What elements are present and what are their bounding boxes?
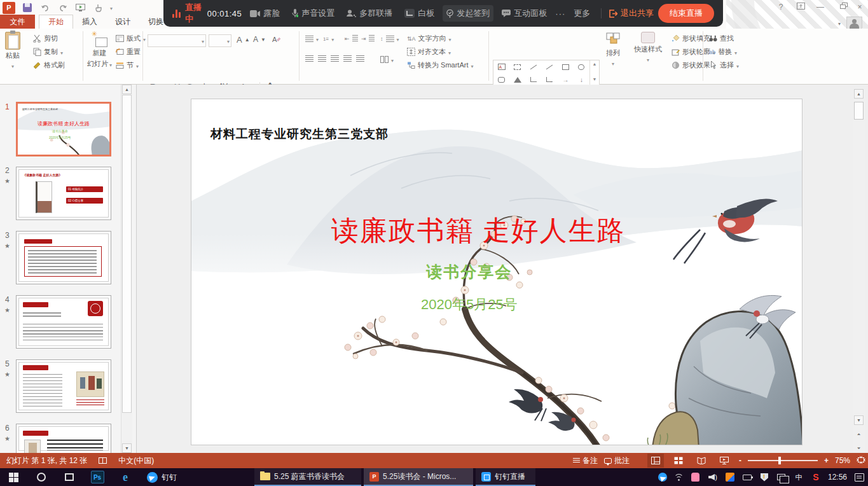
- font-size-combo[interactable]: [209, 34, 231, 47]
- main-vertical-scrollbar[interactable]: ▲ ▼ ⏶ ⏷: [853, 89, 865, 453]
- find-button[interactable]: 查找: [709, 34, 734, 43]
- cortana-button[interactable]: [28, 468, 55, 486]
- photoshop-button[interactable]: Ps: [84, 468, 111, 486]
- convert-smartart-button[interactable]: 转换为 SmartArt: [407, 60, 473, 70]
- power-icon[interactable]: [742, 472, 752, 482]
- start-from-beginning-icon[interactable]: [74, 2, 86, 14]
- align-text-button[interactable]: 对齐文本: [407, 47, 451, 57]
- align-right-button[interactable]: [331, 55, 339, 62]
- arrange-button[interactable]: 排列: [605, 32, 621, 67]
- text-direction-button[interactable]: ⇅A文字方向: [407, 34, 451, 43]
- font-name-combo[interactable]: [148, 34, 206, 47]
- language-label[interactable]: 中文(中国): [118, 455, 154, 466]
- account-caret-icon[interactable]: ▾: [838, 21, 841, 27]
- quick-styles-button[interactable]: 快速样式: [634, 32, 662, 63]
- zoom-percent[interactable]: 75%: [835, 456, 850, 465]
- scroll-up-icon[interactable]: ▲: [854, 89, 864, 99]
- task-dingtalk-live-button[interactable]: 钉钉直播: [476, 468, 535, 486]
- format-painter-button[interactable]: 格式刷: [33, 60, 65, 70]
- cut-button[interactable]: 剪切: [33, 34, 58, 43]
- grow-font-button[interactable]: A▲: [237, 35, 250, 45]
- audio-settings-button[interactable]: 声音设置: [288, 5, 338, 22]
- thumbnail-slide-1[interactable]: 材料工程专业研究生第三党支部 读廉政书籍 走好人生路 读书分享会 2020年5月…: [16, 102, 111, 156]
- ellipsis-icon[interactable]: [555, 9, 565, 18]
- more-button[interactable]: 更多: [570, 5, 594, 22]
- edge-button[interactable]: e: [112, 468, 139, 486]
- exit-share-button[interactable]: 退出共享: [609, 8, 654, 19]
- shrink-font-button[interactable]: A▼: [253, 35, 266, 44]
- numbering-button[interactable]: 1≡: [323, 35, 334, 43]
- scroll-thumb[interactable]: [854, 102, 864, 120]
- next-slide-icon[interactable]: ⏷: [854, 443, 864, 453]
- start-button[interactable]: [0, 468, 27, 486]
- view-reading-button[interactable]: [693, 454, 710, 468]
- justify-button[interactable]: [343, 55, 352, 62]
- line-spacing-button[interactable]: ↕: [380, 35, 399, 43]
- tab-home[interactable]: 开始: [39, 15, 73, 29]
- paste-button[interactable]: 粘贴: [5, 32, 20, 69]
- minimize-icon[interactable]: —: [815, 3, 826, 11]
- redo-icon[interactable]: [57, 2, 69, 14]
- copy-button[interactable]: 复制: [33, 47, 63, 57]
- thumb-scroll-down-icon[interactable]: ▼: [122, 443, 132, 453]
- view-normal-button[interactable]: [647, 454, 664, 468]
- slide-editor-area[interactable]: 材料工程专业研究生第三党支部 读廉政书籍 走好人生路 读书分享会 2020年5月…: [137, 85, 868, 453]
- layout-button[interactable]: 版式: [116, 34, 146, 43]
- tray-app-icon[interactable]: [691, 472, 701, 482]
- show-face-button[interactable]: 露脸: [246, 5, 284, 22]
- zoom-slider[interactable]: [748, 460, 818, 461]
- zoom-out-button[interactable]: -: [739, 456, 741, 465]
- fit-to-window-button[interactable]: [857, 456, 865, 466]
- tab-file[interactable]: 文件: [0, 15, 35, 29]
- end-live-button[interactable]: 结束直播: [658, 4, 714, 23]
- sogou-icon[interactable]: S: [811, 472, 821, 482]
- view-slideshow-button[interactable]: [716, 454, 733, 468]
- powerpoint-logo-icon[interactable]: P: [3, 2, 15, 14]
- tab-design[interactable]: 设计: [106, 15, 139, 29]
- save-icon[interactable]: [21, 2, 33, 14]
- distribute-button[interactable]: [356, 55, 364, 62]
- zoom-in-button[interactable]: +: [824, 456, 829, 465]
- zoom-knob[interactable]: [778, 457, 781, 464]
- tray-update-icon[interactable]: [725, 472, 735, 482]
- task-folder-button[interactable]: 5.25 蔚蓝书香读书会: [254, 468, 361, 486]
- avatar[interactable]: [846, 17, 862, 30]
- replace-button[interactable]: ab 替换: [709, 47, 737, 57]
- task-powerpoint-button[interactable]: P5.25读书会 - Micros...: [364, 468, 473, 486]
- dingtalk-pinned-button[interactable]: 钉钉: [141, 468, 193, 486]
- close-icon[interactable]: ×: [854, 3, 865, 11]
- previous-slide-icon[interactable]: ⏶: [854, 429, 864, 439]
- tab-insert[interactable]: 插入: [73, 15, 106, 29]
- thumbnail-slide-4[interactable]: [16, 295, 111, 349]
- scroll-down-icon[interactable]: ▼: [854, 415, 864, 425]
- clock[interactable]: 12:56: [828, 473, 847, 482]
- decrease-indent-button[interactable]: ⇤: [345, 35, 358, 42]
- select-button[interactable]: 选择: [709, 60, 739, 70]
- whiteboard-button[interactable]: 白板: [401, 5, 438, 22]
- bullets-button[interactable]: [305, 35, 319, 43]
- thumb-scroll-up-icon[interactable]: ▲: [122, 85, 132, 94]
- increase-indent-button[interactable]: ⇥: [361, 35, 375, 42]
- slide-canvas[interactable]: 材料工程专业研究生第三党支部 读廉政书籍 走好人生路 读书分享会 2020年5月…: [191, 99, 803, 445]
- clear-formatting-button[interactable]: A: [272, 35, 280, 43]
- thumb-scroll-thumb[interactable]: [122, 95, 132, 413]
- thumbnail-scrollbar[interactable]: ▲ ▼: [121, 85, 132, 453]
- restore-icon[interactable]: [834, 3, 846, 11]
- touch-mode-icon[interactable]: [92, 2, 104, 14]
- display-duplicate-icon[interactable]: [776, 472, 787, 482]
- notes-button[interactable]: 备注: [573, 455, 598, 466]
- align-center-button[interactable]: [318, 55, 326, 62]
- help-icon[interactable]: ?: [775, 3, 787, 11]
- start-checkin-button[interactable]: 发起签到: [443, 5, 493, 22]
- ime-chinese-indicator[interactable]: 中: [794, 472, 804, 482]
- interaction-panel-button[interactable]: 互动面板: [498, 5, 551, 22]
- new-slide-button[interactable]: 新建 幻灯片: [87, 32, 112, 69]
- volume-icon[interactable]: ): [708, 472, 718, 482]
- security-shield-icon[interactable]: [759, 472, 769, 482]
- multi-group-broadcast-button[interactable]: 多群联播: [343, 5, 396, 22]
- spellcheck-icon[interactable]: [99, 457, 107, 464]
- thumbnail-slide-5[interactable]: [16, 359, 111, 413]
- columns-button[interactable]: [380, 55, 394, 64]
- view-slide-sorter-button[interactable]: [670, 454, 687, 468]
- qat-customize-icon[interactable]: [110, 3, 113, 12]
